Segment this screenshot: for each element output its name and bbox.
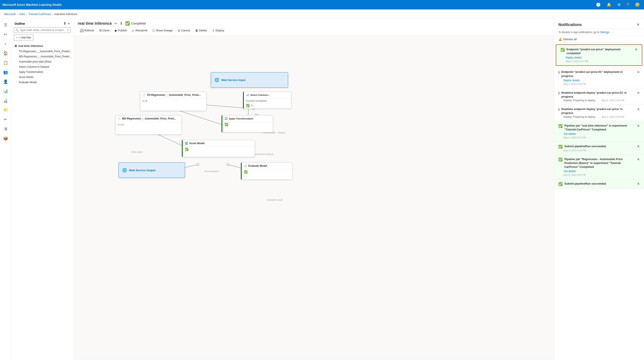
evaluate-model-status: ✅ [244, 170, 248, 174]
breadcrumb-jobs[interactable]: Jobs [19, 13, 25, 16]
score-model-icon: 🔢 [185, 142, 188, 145]
node-web-service-input[interactable]: 🌐 Web Service Input [211, 72, 288, 88]
notif-8-icon: ✅ [558, 182, 563, 186]
notif-2-close[interactable]: ✕ [637, 70, 640, 74]
sidebar-team-icon[interactable]: 👥 [1, 68, 10, 77]
canvas-title: real time inference [78, 21, 112, 26]
score-model-label: Score Model [189, 142, 204, 145]
notif-7-time: May 9, 2022 9:06 PM [564, 174, 586, 176]
cancel-button[interactable]: ⊘ Cancel [176, 28, 192, 33]
breadcrumb-microsoft[interactable]: Microsoft [4, 13, 16, 16]
show-lineage-button[interactable]: ⬡ Show lineage [150, 28, 175, 33]
apply-transformation-icon: 🔄 [224, 117, 228, 120]
sidebar-list-icon[interactable]: 📋 [1, 59, 10, 67]
notif-1-link[interactable]: Deploy details [566, 56, 638, 59]
sidebar-storage-icon[interactable]: 📁 [1, 106, 10, 114]
edit-title-icon[interactable]: ✏ [114, 22, 117, 26]
settings-icon[interactable]: ⚙ [616, 2, 622, 8]
svg-text:Dataset: Dataset [278, 132, 285, 134]
notif-close-button[interactable]: ✕ [636, 22, 640, 27]
breadcrumb-tutorial[interactable]: Tutorial-CarPrices [28, 13, 51, 16]
sidebar-menu-icon[interactable]: ☰ [1, 21, 10, 29]
node-md-regression[interactable]: 📄 MD-Regression_-_Automobile_Price_Pred.… [115, 115, 182, 135]
sidebar-back-icon[interactable]: ↩ [1, 30, 10, 39]
history-icon[interactable]: 🕐 [594, 2, 602, 8]
sidebar-user-icon[interactable]: 👤 [1, 77, 10, 86]
outline-item-evaluate-model[interactable]: Evaluate Model [11, 80, 73, 85]
filter-icon[interactable]: ▽ [67, 29, 69, 32]
notif-item-3: ℹ Realtime endpoint deploy 'predict-car-… [554, 88, 644, 105]
add-filter-button[interactable]: ＋ + Add filter [14, 35, 33, 40]
notif-5-close[interactable]: ✕ [637, 124, 640, 128]
sidebar-add-icon[interactable]: ＋ [1, 40, 10, 48]
notifications-icon[interactable]: 🔔 [605, 2, 613, 8]
select-columns-icon: 📊 [246, 94, 249, 96]
resubmit-button[interactable]: ▷ Resubmit [130, 28, 150, 33]
node-select-columns[interactable]: 📊 Select Columns... Exclude normalized ✅… [243, 92, 291, 109]
node-td-regression[interactable]: 📄 TD-Regression_-_Automobile_Price_Predi… [140, 92, 206, 111]
notif-3-title: Realtime endpoint deploy 'predict-car-pr… [561, 91, 635, 99]
outline-item-score-model[interactable]: Score Model [11, 75, 73, 80]
outline-item-md-regression[interactable]: MD-Regression_-_Automobile_Price_Predic.… [11, 54, 73, 59]
help-icon[interactable]: ? [625, 2, 631, 8]
notif-6-close[interactable]: ✕ [637, 144, 640, 149]
evaluate-model-icon: 📈 [244, 164, 247, 167]
refresh-button[interactable]: 🔄 Refresh [78, 28, 96, 33]
outline-item-select-cols[interactable]: Select Columns in Dataset [11, 64, 73, 69]
app-title: Microsoft Azure Machine Learning Studio [2, 3, 62, 7]
status-icon: ✅ [125, 21, 130, 26]
clone-button[interactable]: ⧉ Clone [97, 28, 112, 33]
outline-collapse-icon[interactable]: « [68, 22, 70, 26]
svg-text:Scored dataset: Scored dataset [204, 170, 219, 173]
outline-tree: ⊞ real time inference TD-Regression_-_Au… [11, 42, 73, 361]
notif-4-close[interactable]: ✕ [637, 107, 640, 111]
canvas-viewport[interactable]: Web service input data Data output Data … [74, 36, 554, 359]
outline-panel: Outline ⬆ « 🔍 ▽ ＋ + Add filter ⊞ real ti… [11, 19, 74, 361]
outline-share-icon[interactable]: ⬆ [63, 22, 66, 26]
outline-search-input[interactable] [14, 27, 71, 33]
notif-1-close[interactable]: ✕ [635, 48, 638, 52]
dismiss-all-button[interactable]: 🔔 Dismiss all [554, 36, 644, 43]
sidebar-edit-icon[interactable]: ✏ [1, 115, 10, 124]
publish-button[interactable]: ▶ Publish [113, 28, 130, 33]
td-regression-label: TD-Regression_-_Automobile_Price_Predi..… [147, 94, 201, 97]
settings-link[interactable]: Settings [600, 31, 609, 34]
share-title-icon[interactable]: ⬆ [120, 22, 122, 26]
notif-3-icon: ℹ [558, 91, 560, 95]
md-regression-label: MD-Regression_-_Automobile_Price_Pred... [122, 117, 176, 120]
outline-item-auto-price[interactable]: Automobile price data (Raw) [11, 59, 73, 64]
node-apply-transformation[interactable]: 🔄 Apply Transformation ✅ [222, 115, 273, 132]
notif-5-link[interactable]: Job details [564, 132, 640, 135]
sidebar-home-icon[interactable]: 🏠 [1, 49, 10, 58]
node-evaluate-model[interactable]: 📈 Evaluate Model ✅ [241, 162, 292, 180]
sidebar-compute-icon[interactable]: 🖥 [1, 125, 10, 133]
icon-sidebar: ☰ ↩ ＋ 🏠 📋 👥 👤 📊 🔬 📁 ✏ 🖥 📦 [0, 19, 11, 361]
notif-7-close[interactable]: ✕ [637, 157, 640, 161]
node-score-model[interactable]: 🔢 Score Model ✅ [182, 140, 255, 157]
sidebar-chart-icon[interactable]: 📊 [1, 87, 10, 95]
notif-item-6: ✅ Submit pipelineRun succeeded. ✕ May 9,… [554, 142, 644, 155]
notif-5-time: May 9, 2022 9:21 PM [564, 136, 586, 139]
delete-button[interactable]: 🗑 Delete [193, 28, 209, 33]
outline-item-td-regression[interactable]: TD-Regression_-_Automobile_Price_Predict… [11, 49, 73, 54]
apply-transformation-status: ✅ [224, 123, 228, 126]
node-web-service-output[interactable]: 🌐 Web Service Output [118, 162, 185, 178]
sidebar-data-icon[interactable]: 📦 [1, 134, 10, 143]
notif-item-4: ℹ Realtime endpoint deploy 'predict-car-… [554, 105, 644, 121]
web-service-output-label: Web Service Output [129, 169, 156, 172]
deploy-button[interactable]: ⇧ Deploy [210, 28, 226, 33]
notif-6-time: May 9, 2022 9:18 PM [564, 149, 586, 152]
notif-6-title: Submit pipelineRun succeeded. [564, 144, 635, 148]
notif-7-link[interactable]: Job details [564, 170, 640, 173]
sidebar-experiment-icon[interactable]: 🔬 [1, 96, 10, 105]
notif-8-close[interactable]: ✕ [637, 182, 640, 186]
notif-2-link[interactable]: Deploy details [564, 79, 640, 82]
outline-item-apply-transform[interactable]: Apply Transformation [11, 69, 73, 75]
td-regression-version: V | 9 [142, 100, 147, 102]
account-icon[interactable]: 😊 [633, 2, 642, 8]
notif-3-close[interactable]: ✕ [637, 91, 640, 95]
notif-item-8: ✅ Submit pipelineRun succeeded. ✕ [554, 179, 644, 189]
notif-5-title: Pipeline job "real time inference" in ex… [564, 124, 635, 132]
breadcrumb: Microsoft › Jobs › Tutorial-CarPrices › … [0, 10, 644, 19]
notif-header: Notifications ✕ [554, 19, 644, 29]
